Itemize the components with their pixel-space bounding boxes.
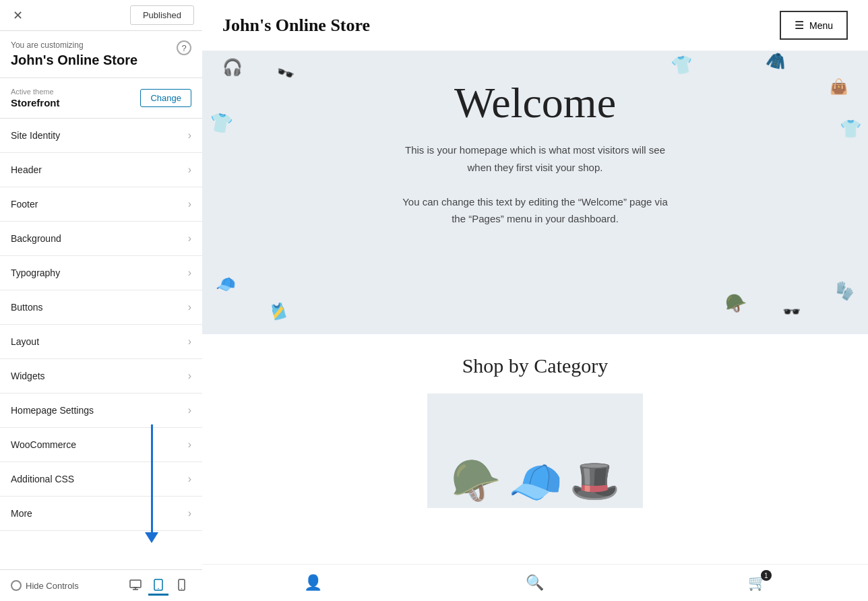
nav-item-footer[interactable]: Footer › xyxy=(0,187,202,222)
chevron-right-icon: › xyxy=(188,404,191,416)
hero-description: This is your homepage which is what most… xyxy=(367,141,704,228)
nav-item-label: Site Identity xyxy=(11,130,60,141)
menu-button[interactable]: ☰ Menu xyxy=(780,11,848,40)
chevron-right-icon: › xyxy=(188,473,191,485)
decor-gloves: 🧤 xyxy=(832,279,857,304)
nav-item-additional-css[interactable]: Additional CSS › xyxy=(0,462,202,497)
chevron-right-icon: › xyxy=(188,507,191,519)
decor-tshirt-green: 🧥 xyxy=(765,51,789,72)
nav-item-background[interactable]: Background › xyxy=(0,222,202,256)
left-panel: ✕ Published You are customizing John's O… xyxy=(0,0,202,601)
active-theme-label: Active theme xyxy=(11,88,60,96)
decor-bag: 👜 xyxy=(830,78,848,96)
chevron-right-icon: › xyxy=(188,232,191,245)
store-name-heading: John's Online Store xyxy=(11,53,191,68)
chevron-right-icon: › xyxy=(188,198,191,210)
shop-category-title: Shop by Category xyxy=(222,354,848,377)
nav-item-label: Background xyxy=(11,233,61,244)
close-button[interactable]: ✕ xyxy=(8,6,27,25)
decor-tshirt-blue: 👕 xyxy=(840,119,861,139)
nav-list: Site Identity › Header › Footer › Backgr… xyxy=(0,119,202,569)
help-icon[interactable]: ? xyxy=(177,40,191,55)
hamburger-icon: ☰ xyxy=(795,19,804,32)
nav-item-label: Typography xyxy=(11,267,60,278)
nav-item-header[interactable]: Header › xyxy=(0,153,202,187)
store-title: John's Online Store xyxy=(222,15,370,36)
nav-item-more[interactable]: More › xyxy=(0,497,202,531)
store-header: John's Online Store ☰ Menu xyxy=(202,0,868,51)
nav-item-label: More xyxy=(11,508,32,519)
published-button[interactable]: Published xyxy=(130,5,194,25)
hero-section: 🎧 🕶️ 👕 🧥 👜 👕 🧢 🎽 👕 🧤 🕶️ 🪖 Welcome This i… xyxy=(202,51,868,334)
hide-controls-label: Hide Controls xyxy=(26,581,79,591)
nav-item-layout[interactable]: Layout › xyxy=(0,325,202,359)
account-icon[interactable]: 👤 xyxy=(304,574,322,592)
cart-badge: 1 xyxy=(761,570,772,581)
nav-item-label: Buttons xyxy=(11,302,42,313)
bottom-bar: Hide Controls xyxy=(0,569,202,601)
chevron-right-icon: › xyxy=(188,164,191,176)
desktop-view-button[interactable] xyxy=(125,575,146,596)
chevron-right-icon: › xyxy=(188,267,191,279)
chevron-right-icon: › xyxy=(188,301,191,313)
nav-item-label: Additional CSS xyxy=(11,474,74,484)
nav-item-homepage-settings[interactable]: Homepage Settings › xyxy=(0,393,202,428)
active-theme-name: Storefront xyxy=(11,97,60,108)
nav-item-label: Header xyxy=(11,164,42,175)
preview-bottom-nav: 👤 🔍 🛒 1 xyxy=(202,564,868,601)
nav-item-label: Footer xyxy=(11,199,38,210)
hat-figures: 🪖 🧢 🎩 xyxy=(451,457,620,508)
search-icon[interactable]: 🔍 xyxy=(526,574,544,592)
preview-area: John's Online Store ☰ Menu 🎧 🕶️ 👕 🧥 👜 👕 … xyxy=(202,0,868,601)
shop-category-section: Shop by Category 🪖 🧢 🎩 xyxy=(202,334,868,528)
customizing-section: You are customizing John's Online Store … xyxy=(0,31,202,78)
preview-content[interactable]: 🎧 🕶️ 👕 🧥 👜 👕 🧢 🎽 👕 🧤 🕶️ 🪖 Welcome This i… xyxy=(202,51,868,564)
hide-controls-button[interactable]: Hide Controls xyxy=(11,580,79,591)
nav-item-label: WooCommerce xyxy=(11,439,76,450)
hat-icon-1: 🪖 xyxy=(451,457,501,508)
top-bar: ✕ Published xyxy=(0,0,202,31)
nav-item-buttons[interactable]: Buttons › xyxy=(0,290,202,325)
nav-item-label: Layout xyxy=(11,336,39,347)
cart-icon[interactable]: 🛒 1 xyxy=(748,574,766,592)
change-theme-button[interactable]: Change xyxy=(140,89,191,107)
nav-item-typography[interactable]: Typography › xyxy=(0,256,202,290)
customizing-subtitle: You are customizing xyxy=(11,40,191,50)
decor-mug: 🧢 xyxy=(216,275,236,294)
nav-item-site-identity[interactable]: Site Identity › xyxy=(0,119,202,153)
preview-frame: John's Online Store ☰ Menu 🎧 🕶️ 👕 🧥 👜 👕 … xyxy=(202,0,868,601)
nav-item-label: Homepage Settings xyxy=(11,405,94,416)
decor-shirt: 👕 xyxy=(670,53,695,77)
svg-point-7 xyxy=(181,588,181,588)
hat-icon-2: 🧢 xyxy=(508,457,563,508)
decor-headphones: 🎧 xyxy=(222,58,243,77)
chevron-right-icon: › xyxy=(188,370,191,382)
nav-item-widgets[interactable]: Widgets › xyxy=(0,359,202,393)
chevron-right-icon: › xyxy=(188,439,191,451)
decor-hat: 🪖 xyxy=(725,293,747,314)
nav-item-label: Widgets xyxy=(11,371,45,381)
decor-shirt-orange: 👕 xyxy=(207,110,234,136)
view-icons xyxy=(125,575,191,596)
svg-rect-0 xyxy=(130,580,141,588)
chevron-right-icon: › xyxy=(188,129,191,141)
chevron-right-icon: › xyxy=(188,336,191,348)
category-card: 🪖 🧢 🎩 xyxy=(427,393,643,508)
menu-label: Menu xyxy=(809,20,833,31)
svg-point-5 xyxy=(158,588,159,589)
nav-item-woocommerce[interactable]: WooCommerce › xyxy=(0,428,202,462)
tablet-view-button[interactable] xyxy=(148,575,168,596)
hat-icon-3: 🎩 xyxy=(569,457,620,508)
decor-sunglasses-2: 🕶️ xyxy=(782,303,801,321)
active-theme-section: Active theme Storefront Change xyxy=(0,78,202,119)
decor-jacket: 🎽 xyxy=(268,301,290,323)
mobile-view-button[interactable] xyxy=(171,575,191,596)
hero-welcome-text: Welcome xyxy=(222,78,848,128)
circle-icon xyxy=(11,580,22,591)
